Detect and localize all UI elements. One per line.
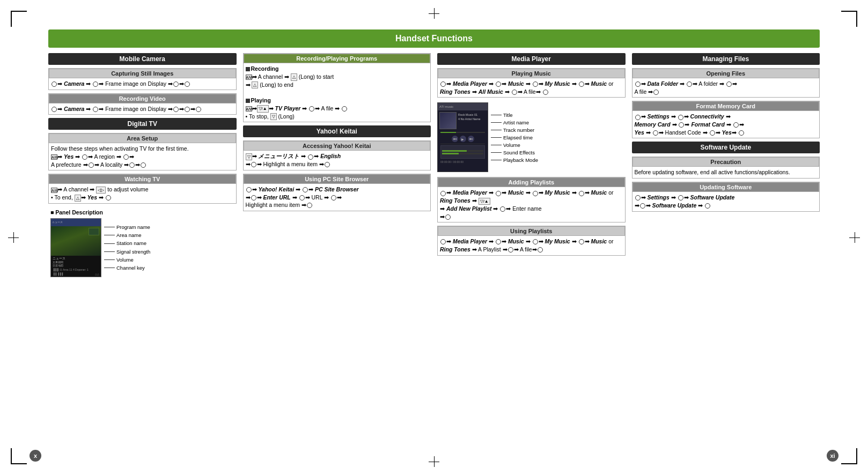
circle-icon-44 bbox=[500, 206, 505, 212]
circle-icon-32 bbox=[496, 81, 501, 87]
circle-icon-20 bbox=[309, 106, 314, 112]
aw-icon-2: A/W bbox=[51, 188, 57, 193]
progress-bar-bg bbox=[440, 132, 485, 133]
media-player-diagram: ATI music Rock Music 01 4 No Artist Name… bbox=[437, 101, 626, 174]
circle-icon-21 bbox=[342, 106, 347, 112]
section-opening-files: Opening Files ➡ Data Folder ➡ ➡ A folder… bbox=[632, 68, 820, 98]
label-text-program: Program name bbox=[116, 224, 150, 231]
tv-date-text: 日 Area 11 4 Dopener: 1 bbox=[60, 268, 89, 272]
menu-icon: ▽ bbox=[246, 153, 252, 160]
nav-icon-1: ▽/▲ bbox=[257, 105, 269, 112]
label-text-title: Title bbox=[503, 112, 513, 118]
content-playing-music: ➡ Media Player ➡ ➡ Music ➡ ➡ My Music ➡ … bbox=[438, 78, 625, 97]
ctrl-next[interactable]: ⏭ bbox=[468, 136, 474, 142]
circle-icon-74 bbox=[705, 203, 710, 209]
media-labels-list: Title Artist name Track number Elapsed t… bbox=[491, 102, 538, 172]
media-title-text: ATI music bbox=[439, 105, 453, 108]
header-format-memory-card: Format Memory Card bbox=[632, 101, 820, 111]
ctrl-play[interactable]: ▶ bbox=[460, 136, 466, 142]
circle-icon-28 bbox=[299, 195, 305, 201]
label-text-area: Area name bbox=[116, 232, 141, 239]
circle-icon-2 bbox=[93, 81, 98, 87]
play-icon: ▶ bbox=[461, 137, 464, 141]
panel-diagram: ニュース ニュース 文果期間交差地図 ▐▐▐ 日 Area 11 4 Dopen… bbox=[50, 217, 234, 279]
header-opening-files: Opening Files bbox=[632, 69, 820, 78]
circle-icon-41 bbox=[496, 191, 501, 196]
content-watching-tv: A/W➡ A channel ➡ ◁▷ to adjust volume • T… bbox=[49, 184, 236, 203]
media-controls-row: ⏮ ▶ ⏭ bbox=[438, 134, 488, 144]
circle-icon-47 bbox=[496, 239, 501, 244]
circle-icon-33 bbox=[533, 81, 538, 87]
circle-icon-60 bbox=[635, 81, 641, 87]
progress-bar-fill bbox=[440, 132, 456, 133]
content-precaution: Before updating software, end all active… bbox=[632, 167, 820, 178]
circle-icon-10 bbox=[82, 154, 87, 160]
circle-icon-31 bbox=[440, 81, 446, 87]
artist-name-display: 4 No Artist Name bbox=[458, 117, 481, 122]
header-precaution: Precaution bbox=[632, 157, 820, 167]
content-area-setup: Follow these steps when activating TV fo… bbox=[49, 143, 236, 170]
stop-icon: ▽ bbox=[270, 113, 277, 120]
circle-icon-22 bbox=[308, 154, 313, 160]
circle-icon-7 bbox=[173, 107, 179, 112]
circle-icon-49 bbox=[579, 239, 584, 244]
vol-bg-1 bbox=[442, 150, 483, 152]
tv-info-text-1: ニュース bbox=[53, 257, 99, 261]
circle-icon-11 bbox=[123, 154, 129, 160]
ctrl-prev[interactable]: ⏮ bbox=[452, 136, 458, 142]
end-icon: △ bbox=[75, 195, 81, 202]
tv-video-area bbox=[51, 226, 101, 256]
header-digital-tv: Digital TV bbox=[48, 118, 237, 130]
circle-icon-15 bbox=[106, 195, 111, 201]
columns-container: Mobile Camera Capturing Still Images ➡ C… bbox=[48, 53, 820, 445]
label-playback-mode: Playback Mode bbox=[491, 157, 538, 163]
aw-icon-4: A/W bbox=[246, 106, 252, 112]
label-text-volume: Volume bbox=[116, 256, 134, 263]
content-using-playlists: ➡ Media Player ➡ ➡ Music ➡ ➡ My Music ➡ … bbox=[438, 236, 625, 255]
divider-1 bbox=[440, 144, 485, 144]
label-text-pbm: Playback Mode bbox=[503, 157, 538, 163]
header-software-update: Software Update bbox=[632, 142, 820, 153]
corner-mark-br bbox=[841, 448, 857, 464]
circle-icon-51 bbox=[538, 247, 543, 253]
section-recording-video: Recording Video ➡ Camera ➡ ➡ Frame image… bbox=[48, 93, 237, 115]
circle-icon-45 bbox=[445, 214, 451, 220]
tv-panel-image: ニュース ニュース 文果期間交差地図 ▐▐▐ 日 Area 11 4 Dopen… bbox=[50, 218, 101, 277]
page-number-left: x bbox=[30, 450, 41, 462]
label-line-6 bbox=[104, 268, 115, 268]
tv-info-area: ニュース 文果期間交差地図 ▐▐▐ 日 Area 11 4 Dopener: 1… bbox=[51, 256, 101, 277]
corner-mark-bl bbox=[11, 448, 27, 464]
section-recording-playing: Recording/Playing Programs Recording A/W… bbox=[243, 53, 431, 122]
content-opening-files: ➡ Data Folder ➡ ➡ A folder ➡ ➡ A file ➡ bbox=[632, 78, 820, 97]
section-pc-browser: Using PC Site Browser ➡ Yahoo! Keitai ➡ … bbox=[243, 174, 431, 211]
content-capturing-still: ➡ Camera ➡ ➡ Frame image on Display ➡➡ bbox=[49, 78, 236, 90]
circle-icon-72 bbox=[678, 195, 683, 201]
section-watching-tv: Watching TV A/W➡ A channel ➡ ◁▷ to adjus… bbox=[48, 174, 237, 204]
column-2: Recording/Playing Programs Recording A/W… bbox=[243, 53, 431, 445]
header-managing-files: Managing Files bbox=[632, 53, 820, 65]
vol-bg-2 bbox=[442, 153, 483, 154]
prev-icon: ⏮ bbox=[453, 137, 457, 140]
label-line-mvol bbox=[491, 145, 502, 145]
header-adding-playlists: Adding Playlists bbox=[438, 177, 625, 187]
tv-inset bbox=[89, 228, 99, 235]
circle-icon-8 bbox=[185, 107, 190, 112]
corner-mark-tl bbox=[11, 11, 27, 27]
header-capturing-still: Capturing Still Images bbox=[49, 69, 236, 78]
label-line-track bbox=[491, 130, 502, 130]
circle-icon-35 bbox=[512, 90, 517, 95]
corner-mark-tr bbox=[841, 11, 857, 27]
media-title-bar: ATI music bbox=[438, 103, 488, 110]
circle-icon-64 bbox=[635, 115, 641, 120]
header-mobile-camera: Mobile Camera bbox=[48, 53, 237, 65]
header-area-setup: Area Setup bbox=[49, 133, 236, 143]
circle-icon-13 bbox=[129, 162, 135, 168]
tv-time: △△ bbox=[95, 272, 99, 276]
content-updating-software: ➡ Settings ➡ ➡ Software Update ➡➡ Softwa… bbox=[632, 192, 820, 211]
circle-icon-25 bbox=[246, 187, 252, 192]
content-format-memory-card: ➡ Settings ➡ ➡ Connectivity ➡ Memory Car… bbox=[632, 111, 820, 138]
label-line-5 bbox=[104, 259, 115, 260]
content-pc-browser: ➡ Yahoo! Keitai ➡ ➡ PC Site Browser ➡➡ E… bbox=[244, 184, 431, 211]
section-format-memory-card: Format Memory Card ➡ Settings ➡ ➡ Connec… bbox=[632, 101, 820, 138]
tv-bottom-row: ▐▐ ▐▐▐ △△ bbox=[53, 272, 99, 276]
